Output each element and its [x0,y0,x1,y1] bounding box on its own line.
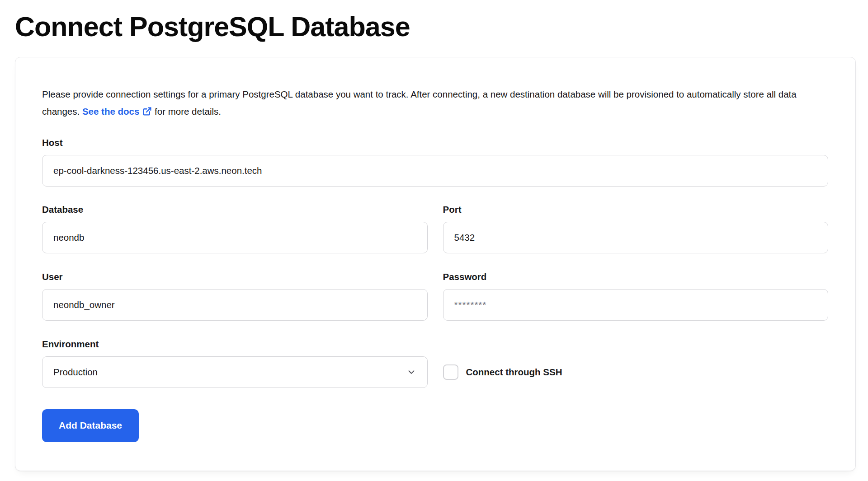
ssh-option: Connect through SSH [443,356,829,388]
environment-select[interactable]: Production [42,356,428,388]
external-link-icon [142,107,152,116]
page: Connect PostgreSQL Database Please provi… [0,0,868,471]
description-after-link: for more details. [152,106,221,117]
host-field: Host [42,136,828,187]
port-label: Port [443,203,829,216]
host-input[interactable] [42,155,828,187]
port-input[interactable] [443,222,829,253]
environment-selected-value: Production [53,367,98,378]
database-label: Database [42,203,428,216]
user-field: User [42,271,428,321]
ssh-checkbox-label: Connect through SSH [466,367,562,378]
database-input[interactable] [42,222,428,253]
see-the-docs-link[interactable]: See the docs [82,106,152,117]
fields-grid: Database Port User Password Environment … [42,203,828,388]
description-text: Please provide connection settings for a… [42,86,828,120]
user-label: User [42,271,428,283]
environment-field: Environment Production [42,338,428,388]
page-title: Connect PostgreSQL Database [15,11,856,43]
environment-label: Environment [42,338,428,350]
port-field: Port [443,203,829,253]
host-label: Host [42,136,828,149]
user-input[interactable] [42,289,428,321]
add-database-button[interactable]: Add Database [42,409,139,442]
password-label: Password [443,271,829,283]
chevron-down-icon [406,367,416,377]
connection-form-card: Please provide connection settings for a… [15,57,856,471]
database-field: Database [42,203,428,253]
see-the-docs-link-text: See the docs [82,106,139,117]
password-field: Password [443,271,829,321]
ssh-checkbox[interactable] [443,364,458,380]
password-input[interactable] [443,289,829,321]
